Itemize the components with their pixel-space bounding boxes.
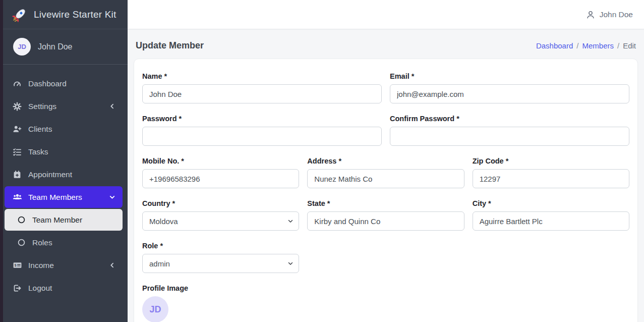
gauge-icon: [12, 79, 23, 88]
users-icon: [12, 192, 23, 202]
email-field-group: Email *: [390, 72, 629, 103]
sidebar-item-label: Team Member: [32, 216, 115, 225]
confirm-password-field-group: Confirm Password *: [390, 115, 629, 146]
page-title: Update Member: [136, 40, 204, 51]
country-field-group: Country * Moldova: [142, 199, 299, 231]
brand-title: Livewire Starter Kit: [34, 9, 116, 20]
sidebar-nav: Dashboard Settings: [0, 65, 128, 322]
sidebar-item-team-member[interactable]: Team Member: [5, 209, 123, 231]
window-edge-strip: [0, 0, 3, 322]
sidebar: Livewire Starter Kit JD John Doe Dashboa…: [0, 0, 128, 322]
mobile-label: Mobile No. *: [142, 157, 299, 165]
user-icon: [586, 10, 596, 20]
sidebar-item-label: Team Members: [28, 193, 109, 202]
sidebar-item-settings[interactable]: Settings: [5, 95, 123, 117]
state-field-group: State *: [307, 199, 464, 231]
role-select[interactable]: admin: [142, 254, 299, 273]
page-header: Update Member Dashboard / Members / Edit: [134, 29, 638, 59]
breadcrumb-link-members[interactable]: Members: [582, 41, 614, 50]
calendar-plus-icon: [12, 170, 23, 179]
sidebar-item-team-members[interactable]: Team Members: [5, 186, 123, 208]
sidebar-item-label: Dashboard: [28, 79, 115, 88]
topbar-user-menu[interactable]: John Doe: [586, 10, 633, 20]
role-label: Role *: [142, 242, 299, 250]
user-plus-icon: [12, 125, 23, 134]
sidebar-item-tasks[interactable]: Tasks: [5, 141, 123, 163]
zip-input[interactable]: [473, 169, 629, 188]
mobile-field-group: Mobile No. *: [142, 157, 299, 188]
sidebar-item-label: Tasks: [28, 147, 115, 156]
breadcrumb-separator: /: [617, 41, 619, 50]
sidebar-user-avatar: JD: [13, 38, 31, 56]
profile-image-field-group: Profile Image JD: [142, 284, 629, 322]
city-label: City *: [473, 199, 629, 207]
breadcrumb: Dashboard / Members / Edit: [536, 41, 636, 50]
money-check-icon: $: [12, 260, 23, 270]
state-input[interactable]: [307, 211, 464, 231]
confirm-password-input[interactable]: [390, 127, 629, 146]
chevron-left-icon: [109, 262, 115, 269]
topbar: John Doe: [128, 0, 644, 29]
sidebar-item-logout[interactable]: Logout: [5, 277, 123, 299]
update-member-card: Name * Email * Password * Confirm Passwo…: [134, 59, 638, 322]
sidebar-item-label: Income: [28, 261, 109, 270]
breadcrumb-separator: /: [576, 41, 578, 50]
name-label: Name *: [142, 72, 382, 80]
profile-image-label: Profile Image: [142, 284, 629, 292]
email-input[interactable]: [390, 84, 629, 103]
svg-text:$: $: [14, 263, 16, 267]
sidebar-item-appointment[interactable]: Appointment: [5, 164, 123, 185]
name-field-group: Name *: [142, 72, 382, 103]
city-input[interactable]: [473, 211, 629, 231]
country-label: Country *: [142, 199, 299, 207]
rocket-logo-icon: [12, 7, 27, 22]
sidebar-user-name: John Doe: [38, 42, 73, 51]
country-select[interactable]: Moldova: [142, 211, 299, 231]
sidebar-item-income[interactable]: $ Income: [5, 254, 123, 276]
password-label: Password *: [142, 115, 382, 123]
password-field-group: Password *: [142, 115, 382, 146]
address-input[interactable]: [307, 169, 464, 188]
list-check-icon: [12, 147, 23, 156]
zip-label: Zip Code *: [473, 157, 629, 165]
role-field-group: Role * admin: [142, 242, 299, 273]
sidebar-item-dashboard[interactable]: Dashboard: [5, 73, 123, 94]
chevron-down-icon: [109, 194, 115, 200]
sidebar-item-label: Logout: [28, 284, 115, 293]
logout-icon: [12, 284, 23, 293]
gear-icon: [12, 102, 23, 111]
breadcrumb-current: Edit: [623, 41, 636, 50]
topbar-user-name: John Doe: [600, 10, 633, 19]
mobile-input[interactable]: [142, 169, 299, 188]
main-area: John Doe Update Member Dashboard / Membe…: [128, 0, 644, 322]
sidebar-item-label: Roles: [32, 238, 115, 247]
sidebar-item-roles[interactable]: Roles: [5, 232, 123, 253]
circle-icon: [16, 238, 27, 247]
brand-header: Livewire Starter Kit: [0, 0, 128, 29]
address-field-group: Address *: [307, 157, 464, 188]
sidebar-item-label: Appointment: [28, 170, 115, 179]
confirm-password-label: Confirm Password *: [390, 115, 629, 123]
chevron-left-icon: [109, 103, 115, 110]
name-input[interactable]: [142, 84, 382, 103]
circle-icon: [16, 216, 27, 224]
sidebar-item-label: Settings: [28, 102, 109, 111]
breadcrumb-link-dashboard[interactable]: Dashboard: [536, 41, 573, 50]
page-content: Update Member Dashboard / Members / Edit…: [128, 29, 644, 322]
state-label: State *: [307, 199, 464, 207]
email-label: Email *: [390, 72, 629, 80]
sidebar-user: JD John Doe: [0, 29, 128, 65]
sidebar-item-label: Clients: [28, 125, 115, 134]
password-input[interactable]: [142, 127, 382, 146]
address-label: Address *: [307, 157, 464, 165]
profile-image-avatar: JD: [142, 296, 168, 322]
city-field-group: City *: [473, 199, 629, 231]
sidebar-item-clients[interactable]: Clients: [5, 118, 123, 140]
zip-field-group: Zip Code *: [473, 157, 629, 188]
